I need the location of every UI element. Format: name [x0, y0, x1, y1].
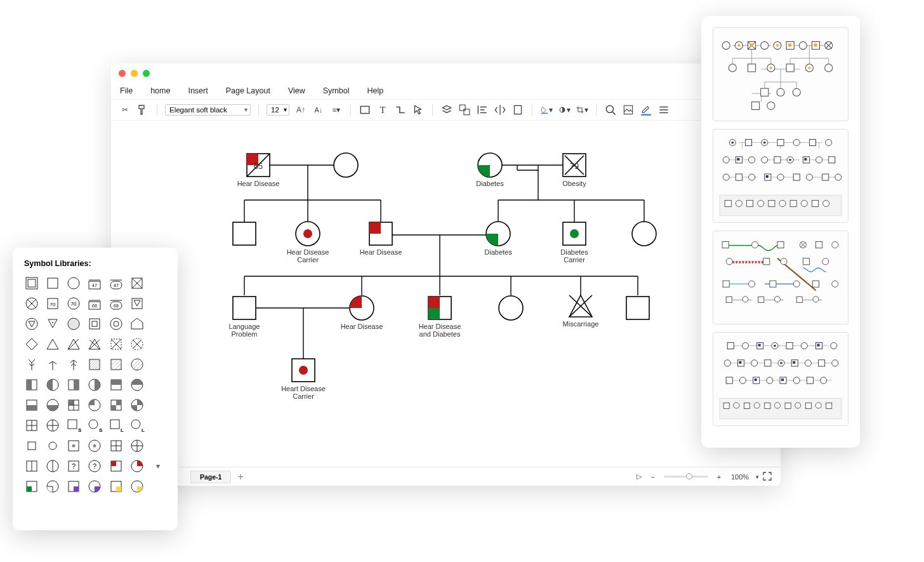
menu-insert[interactable]: Insert [188, 86, 208, 95]
symbol-circle-quad-tr-bl[interactable] [129, 398, 145, 413]
symbol-square-quad-tl[interactable] [66, 398, 81, 413]
symbol-circle-vline[interactable] [45, 458, 60, 474]
symbol-male-68a[interactable]: 68 [87, 296, 102, 311]
font-family-select[interactable]: Elegant soft black [165, 104, 251, 116]
menu-page-layout[interactable]: Page Layout [226, 86, 270, 95]
symbol-female[interactable] [66, 276, 81, 291]
zoom-dropdown-icon[interactable]: ▾ [754, 474, 760, 480]
node-gen3-p2[interactable]: Hear Disease [341, 296, 383, 330]
symbol-female-70[interactable]: 70 [66, 296, 81, 311]
symbol-triangle[interactable] [45, 337, 60, 352]
symbol-circle-half-bottom[interactable] [45, 398, 60, 413]
node-gen3-p4[interactable] [499, 296, 523, 320]
symbol-triangle-down-dotted[interactable] [45, 316, 60, 331]
diagram-canvas[interactable]: 65 Hear Disease Diabetes 79 Obesity Hear… [117, 127, 774, 467]
node-gen2-p4[interactable]: Diabetes [484, 222, 512, 256]
symbol-circle-grid[interactable] [129, 438, 145, 453]
symbol-square-dot[interactable] [66, 438, 81, 453]
symbol-circle-purple-br[interactable] [87, 479, 102, 494]
symbol-tree2[interactable] [45, 357, 60, 372]
node-gen2-p1[interactable] [233, 222, 256, 245]
font-size-select[interactable]: 12 [267, 104, 289, 116]
symbol-circle-small[interactable] [45, 438, 60, 453]
symbol-square-purple-br[interactable] [66, 479, 81, 494]
symbol-tree3[interactable] [66, 357, 81, 372]
symbol-square-grid[interactable] [109, 438, 124, 453]
chevron-down-icon[interactable]: ▾ [150, 458, 166, 474]
close-dot[interactable] [119, 70, 126, 77]
maximize-dot[interactable] [143, 70, 150, 77]
symbol-square-quad-tr-bl[interactable] [109, 398, 124, 413]
shape-rect-icon[interactable] [359, 104, 371, 116]
node-gen3-p3[interactable]: Hear Diseaseand Diabetes [419, 297, 461, 338]
play-icon[interactable]: ▷ [632, 472, 646, 481]
symbol-circle-half-right[interactable] [87, 377, 102, 392]
node-gen3-p5[interactable]: Miscarriage [563, 295, 599, 328]
menu-symbol[interactable]: Symbol [323, 86, 350, 95]
node-gen1-p4[interactable]: 79 Obesity [562, 154, 586, 187]
symbol-square-red-tl[interactable] [109, 458, 124, 474]
node-gen1-p1[interactable]: 65 Hear Disease [237, 154, 280, 187]
font-increase-icon[interactable]: A↑ [294, 104, 307, 116]
fill-color-icon[interactable]: ▾ [540, 104, 553, 116]
symbol-circle-cross-dashed[interactable] [129, 337, 145, 352]
zoom-level[interactable]: 100% [726, 473, 754, 481]
symbol-triangle-cross[interactable] [87, 337, 102, 352]
symbol-circle-red-tr[interactable] [129, 458, 145, 474]
add-page-icon[interactable]: + [237, 471, 243, 483]
symbol-deceased-female[interactable] [24, 296, 39, 311]
symbol-diamond[interactable] [24, 337, 39, 352]
image-icon[interactable] [622, 104, 635, 116]
crop-icon[interactable]: ▾ [576, 104, 588, 116]
symbol-square-hatch-alt[interactable] [109, 357, 124, 372]
symbol-male[interactable] [45, 276, 60, 291]
symbol-square-question[interactable]: ? [66, 458, 81, 474]
zoom-out-icon[interactable]: − [646, 473, 660, 481]
template-thumbnail-2[interactable] [713, 129, 848, 223]
flip-icon[interactable] [494, 104, 506, 116]
cut-icon[interactable]: ✂ [119, 104, 131, 116]
layers-icon[interactable] [440, 104, 453, 116]
node-gen4-p1[interactable]: Heart DiseaseCarrier [281, 359, 326, 400]
symbol-pentagon[interactable] [129, 316, 145, 331]
align-icon[interactable]: ≡▾ [330, 104, 343, 116]
symbol-circle-yellow-br[interactable] [129, 479, 145, 494]
symbol-circle-quad-tl[interactable] [87, 398, 102, 413]
symbol-square-green-bl[interactable] [24, 479, 39, 494]
symbol-female-inner[interactable] [109, 316, 124, 331]
symbol-square-cross-dashed[interactable] [109, 337, 124, 352]
format-painter-icon[interactable] [136, 104, 149, 116]
symbol-tree1[interactable] [24, 357, 39, 372]
symbol-circle-cross-lines[interactable] [45, 418, 60, 433]
node-gen2-p2[interactable]: Hear DiseaseCarrier [287, 222, 329, 264]
minimize-dot[interactable] [131, 70, 138, 77]
template-thumbnail-1[interactable] [713, 27, 848, 121]
template-thumbnail-4[interactable] [713, 332, 848, 426]
symbol-square-half-left[interactable] [24, 377, 39, 392]
symbol-male-inner[interactable] [87, 316, 102, 331]
symbol-square-half-bottom[interactable] [24, 398, 39, 413]
symbol-circle-dot[interactable] [87, 438, 102, 453]
symbol-square-half-top[interactable] [109, 377, 124, 392]
symbol-triangle-slash[interactable] [66, 337, 81, 352]
symbol-square-hatch[interactable] [87, 357, 102, 372]
symbol-female-68b[interactable]: 68 [109, 296, 124, 311]
pointer-icon[interactable] [412, 104, 425, 116]
fullscreen-icon[interactable] [760, 472, 774, 482]
page-setup-icon[interactable] [512, 104, 524, 116]
symbol-male-70[interactable]: 70 [45, 296, 60, 311]
page-tab-1[interactable]: Page-1 [190, 471, 231, 483]
symbol-female-year-47b[interactable]: 47 [109, 276, 124, 291]
symbol-circle-triangle-down[interactable] [24, 316, 39, 331]
symbol-square-vline[interactable] [24, 458, 39, 474]
symbol-circle-question[interactable]: ? [87, 458, 102, 474]
symbol-deceased-male[interactable] [129, 276, 145, 291]
menu-help[interactable]: Help [367, 86, 383, 95]
symbol-circle-purple-bl[interactable] [45, 479, 60, 494]
zoom-in-icon[interactable]: + [712, 473, 726, 481]
menu-view[interactable]: View [288, 86, 305, 95]
symbol-square-l[interactable]: L [109, 418, 124, 433]
symbol-male-double[interactable] [24, 276, 39, 291]
symbol-circle-hatch[interactable] [129, 357, 145, 372]
symbol-male-year-47a[interactable]: 47 [87, 276, 102, 291]
